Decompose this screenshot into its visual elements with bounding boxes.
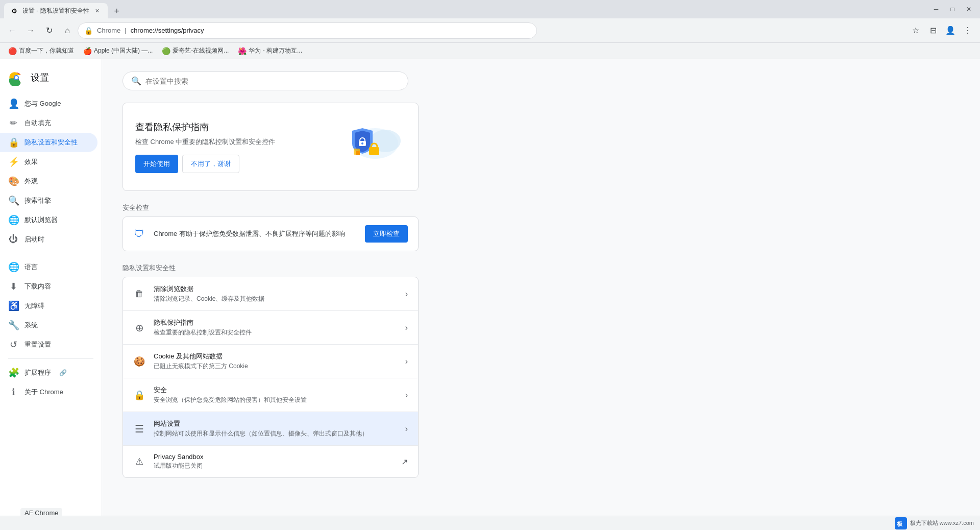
sidebar-item-appearance[interactable]: 🎨 外观 [0,172,97,191]
tab-close-button[interactable]: ✕ [93,7,102,15]
security-arrow: › [405,391,408,400]
sidebar-item-search[interactable]: 🔍 搜索引擎 [0,191,97,210]
sidebar-item-about[interactable]: ℹ 关于 Chrome [0,382,97,402]
bookmark-baidu[interactable]: 🔴 百度一下，你就知道 [4,44,78,57]
minimize-button[interactable]: ─ [929,2,943,16]
skip-button[interactable]: 不用了，谢谢 [182,155,239,173]
clear-browsing-name: 清除浏览数据 [154,284,397,294]
privacy-illustration [324,115,406,178]
settings-search[interactable]: 🔍 [122,71,408,90]
sidebar-label-appearance: 外观 [24,177,38,186]
privacy-item-sandbox[interactable]: ⚠ Privacy Sandbox 试用版功能已关闭 ↗ [123,446,418,477]
autofill-icon: ✏ [8,117,18,129]
sidebar-label-system: 系统 [24,321,38,330]
accessibility-icon: ♿ [8,300,18,311]
bookmark-huawei[interactable]: 🌺 华为 - 构建万物互... [234,44,306,57]
privacy-banner-title: 查看隐私保护指南 [135,121,312,133]
sidebar-item-system[interactable]: 🔧 系统 [0,316,97,335]
extensions-external-icon: 🔗 [59,369,67,376]
sidebar: 设置 👤 您与 Google ✏ 自动填充 🔒 隐私设置和安全性 [0,59,102,516]
privacy-item-clear-browsing[interactable]: 🗑 清除浏览数据 清除浏览记录、Cookie、缓存及其他数据 › [123,277,418,311]
sandbox-content: Privacy Sandbox 试用版功能已关闭 [154,453,393,470]
sidebar-item-downloads[interactable]: ⬇ 下载内容 [0,277,97,296]
profile-button[interactable]: 👤 [942,22,959,39]
annotation-arrow-2 [122,423,126,435]
site-settings-arrow: › [405,424,408,433]
browser-icon: 🌐 [8,214,18,226]
svg-point-3 [15,76,18,79]
bookmark-apple[interactable]: 🍎 Apple (中国大陆) —... [79,44,157,57]
new-tab-button[interactable]: + [110,4,124,18]
privacy-item-cookies[interactable]: 🍪 Cookie 及其他网站数据 已阻止无痕模式下的第三方 Cookie › [123,345,418,378]
language-icon: 🌐 [8,261,18,273]
sidebar-item-language[interactable]: 🌐 语言 [0,257,97,277]
bookmark-button[interactable]: ☆ [908,22,924,39]
downloads-icon: ⬇ [8,281,18,292]
sidebar-label-language: 语言 [24,262,38,272]
sidebar-item-privacy[interactable]: 🔒 隐私设置和安全性 [0,133,97,152]
svg-text:极: 极 [896,521,903,527]
sidebar-item-performance[interactable]: ⚡ 效果 [0,152,97,172]
start-button[interactable]: 开始使用 [135,155,178,173]
sidebar-item-google[interactable]: 👤 您与 Google [0,94,97,113]
menu-button[interactable]: ⋮ [960,22,976,39]
reset-icon: ↺ [8,339,18,350]
cookies-content: Cookie 及其他网站数据 已阻止无痕模式下的第三方 Cookie [154,352,397,371]
sidebar-item-reset[interactable]: ↺ 重置设置 [0,335,97,354]
privacy-banner: 查看隐私保护指南 检查 Chrome 中重要的隐私控制设置和安全控件 开始使用 … [122,103,419,191]
sidebar-item-autofill[interactable]: ✏ 自动填充 [0,113,97,133]
privacy-item-security[interactable]: 🔒 安全 安全浏览（保护您免受危险网站的侵害）和其他安全设置 › [123,378,418,412]
sidebar-label-privacy: 隐私设置和安全性 [24,138,78,147]
bookmark-iqiyi[interactable]: 🟢 爱奇艺-在线视频网... [158,44,233,57]
cookies-desc: 已阻止无痕模式下的第三方 Cookie [154,362,397,371]
security-check-icon: 🛡 [133,228,145,240]
close-button[interactable]: ✕ [962,2,976,16]
sandbox-external-icon: ↗ [401,457,408,467]
home-button[interactable]: ⌂ [59,22,76,39]
search-engine-icon: 🔍 [8,195,18,206]
sidebar-label-google: 您与 Google [24,99,61,108]
privacy-item-guide[interactable]: ⊕ 隐私保护指南 检查重要的隐私控制设置和安全控件 › [123,311,418,345]
refresh-button[interactable]: ↻ [41,22,57,39]
privacy-list: 🗑 清除浏览数据 清除浏览记录、Cookie、缓存及其他数据 › ⊕ 隐私保护指… [122,277,419,478]
security-icon: 🔒 [133,389,145,401]
privacy-guide-content: 隐私保护指南 检查重要的隐私控制设置和安全控件 [154,318,397,337]
nav-bar: ← → ↻ ⌂ 🔒 Chrome | chrome://settings/pri… [0,18,980,43]
forward-button[interactable]: → [22,22,39,39]
sidebar-item-startup[interactable]: ⏻ 启动时 [0,230,97,249]
site-settings-desc: 控制网站可以使用和显示什么信息（如位置信息、摄像头、弹出式窗口及其他） [154,429,397,438]
privacy-item-site-settings[interactable]: ☰ 网站设置 控制网站可以使用和显示什么信息（如位置信息、摄像头、弹出式窗口及其… [123,412,418,446]
sidebar-item-default-browser[interactable]: 🌐 默认浏览器 [0,210,97,230]
privacy-guide-icon: ⊕ [133,322,145,334]
sidebar-item-accessibility[interactable]: ♿ 无障碍 [0,296,97,316]
back-button[interactable]: ← [4,22,20,39]
privacy-banner-desc: 检查 Chrome 中重要的隐私控制设置和安全控件 [135,137,312,147]
clear-browsing-desc: 清除浏览记录、Cookie、缓存及其他数据 [154,295,397,303]
tab-title: 设置 - 隐私设置和安全性 [22,7,89,15]
active-tab[interactable]: ⚙ 设置 - 隐私设置和安全性 ✕ [4,3,108,18]
url-display: chrome://settings/privacy [131,27,204,34]
clear-browsing-content: 清除浏览数据 清除浏览记录、Cookie、缓存及其他数据 [154,284,397,303]
window-controls: ─ □ ✕ [929,2,976,16]
appearance-icon: 🎨 [8,176,18,187]
about-icon: ℹ [8,387,18,398]
bookmark-iqiyi-label: 爱奇艺-在线视频网... [173,46,229,55]
check-now-button[interactable]: 立即检查 [365,225,408,243]
sidebar-label-reset: 重置设置 [24,340,51,349]
address-bar[interactable]: 🔒 Chrome | chrome://settings/privacy [78,22,537,39]
search-input[interactable] [145,77,400,85]
restore-button[interactable]: □ [945,2,960,16]
bookmark-baidu-label: 百度一下，你就知道 [19,46,74,55]
sidebar-label-browser: 默认浏览器 [24,215,58,225]
lock-icon: 🔒 [84,27,93,35]
af-chrome-label: AF Chrome [20,508,62,518]
settings-main: 🔍 查看隐私保护指南 检查 Chrome 中重要的隐私控制设置和安全控件 开始使… [102,59,980,516]
bookmark-huawei-label: 华为 - 构建万物互... [249,46,302,55]
bookmark-baidu-icon: 🔴 [8,47,17,55]
extensions-icon: 🧩 [8,367,18,378]
svg-rect-10 [356,151,360,155]
sidebar-label-extensions: 扩展程序 [24,368,51,377]
search-icon: 🔍 [131,76,141,86]
tab-search-button[interactable]: ⊟ [925,22,941,39]
sidebar-item-extensions[interactable]: 🧩 扩展程序 🔗 [0,363,97,382]
